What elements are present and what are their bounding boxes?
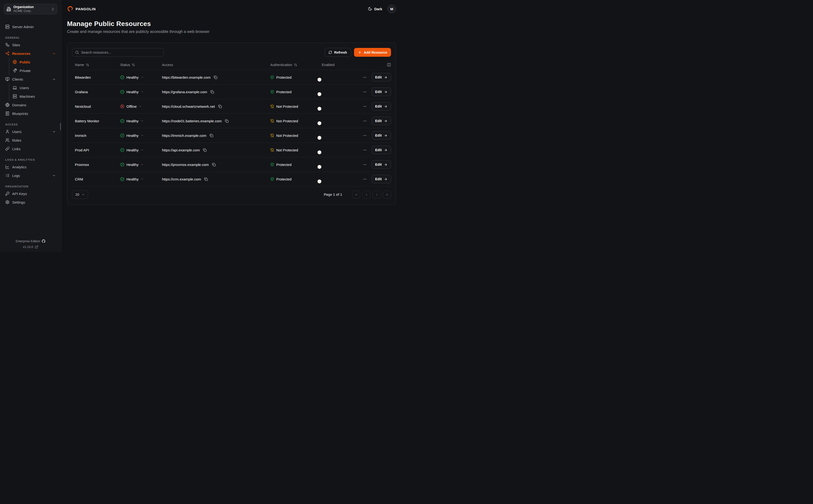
row-menu-icon[interactable]: [362, 103, 367, 109]
sidebar-item-sites[interactable]: Sites: [4, 41, 57, 49]
status-dropdown[interactable]: Healthy: [120, 177, 162, 181]
next-page-button[interactable]: [372, 190, 381, 199]
main-content: PANGOLIN Dark M Manage Public Resources …: [61, 0, 406, 252]
status-dropdown[interactable]: Healthy: [120, 148, 162, 152]
status-dropdown[interactable]: Healthy: [120, 134, 162, 138]
table-row: Prod API Healthy https://api.example.com…: [72, 143, 391, 157]
sidebar-heading-access: ACCESS: [4, 123, 57, 126]
sidebar-item-settings[interactable]: Settings: [4, 198, 57, 206]
sidebar-item-machines[interactable]: Machines: [11, 92, 57, 101]
row-menu-icon[interactable]: [362, 133, 367, 139]
sidebar-item-label: Sites: [12, 43, 20, 47]
resource-name: Battery Monitor: [72, 119, 120, 123]
row-menu-icon[interactable]: [362, 74, 367, 80]
org-label: Organization: [13, 5, 49, 9]
org-switcher[interactable]: Organization ACME Corp.: [4, 4, 57, 14]
edit-button[interactable]: Edit: [372, 131, 391, 140]
edit-button[interactable]: Edit: [372, 175, 391, 183]
sidebar-item-api-keys[interactable]: API Keys: [4, 189, 57, 198]
sidebar-item-label: Clients: [12, 77, 50, 81]
add-resource-button[interactable]: Add Resource: [354, 48, 391, 57]
row-menu-icon[interactable]: [362, 162, 367, 168]
edit-button[interactable]: Edit: [372, 87, 391, 96]
sidebar-item-label: Machines: [20, 94, 35, 98]
page-size-select[interactable]: 20: [72, 190, 88, 199]
status-label: Healthy: [126, 90, 139, 94]
topbar: PANGOLIN Dark M: [67, 5, 396, 12]
chevron-down-icon: [141, 178, 144, 180]
arrow-right-icon: [384, 177, 387, 181]
first-page-button[interactable]: [352, 190, 360, 199]
status-dropdown[interactable]: Healthy: [120, 119, 162, 123]
sort-icon: [86, 63, 89, 67]
row-menu-icon[interactable]: [362, 176, 367, 182]
sidebar-item-analytics[interactable]: Analytics: [4, 163, 57, 171]
column-label: Access: [162, 63, 173, 67]
sidebar-item-client-users[interactable]: Users: [11, 83, 57, 92]
row-menu-icon[interactable]: [362, 118, 367, 124]
gear-icon: [5, 200, 10, 204]
refresh-button[interactable]: Refresh: [325, 48, 351, 57]
chevron-down-icon: [141, 119, 144, 122]
edit-button[interactable]: Edit: [372, 117, 391, 125]
copy-icon[interactable]: [213, 75, 218, 80]
column-toggle[interactable]: [350, 63, 391, 67]
theme-toggle[interactable]: Dark: [368, 7, 382, 11]
prev-page-button[interactable]: [362, 190, 370, 199]
avatar[interactable]: M: [387, 5, 396, 13]
edit-label: Edit: [375, 134, 382, 137]
sidebar-footer: Enterprise Edition v1.13.0: [4, 239, 57, 249]
sidebar-item-private[interactable]: Private: [11, 66, 57, 75]
table-header: Name Status Access Authentication Enable…: [72, 60, 391, 70]
circle-check-icon: [120, 119, 124, 123]
sidebar-scrollbar-thumb[interactable]: [60, 123, 61, 130]
status-dropdown[interactable]: Healthy: [120, 75, 162, 79]
row-menu-icon[interactable]: [362, 147, 367, 153]
copy-icon[interactable]: [202, 148, 207, 152]
copy-icon[interactable]: [218, 104, 222, 109]
copy-icon[interactable]: [224, 119, 229, 123]
sidebar-item-users[interactable]: Users: [4, 127, 57, 136]
column-header-authentication[interactable]: Authentication: [270, 63, 322, 67]
edit-button[interactable]: Edit: [372, 102, 391, 111]
copy-icon[interactable]: [209, 133, 214, 138]
sidebar-item-label: Server Admin: [12, 25, 34, 29]
edit-button[interactable]: Edit: [372, 146, 391, 154]
brand[interactable]: PANGOLIN: [67, 6, 96, 12]
column-header-name[interactable]: Name: [72, 63, 120, 67]
sidebar-item-blueprints[interactable]: Blueprints: [4, 109, 57, 118]
copy-icon[interactable]: [204, 177, 208, 181]
external-link-icon[interactable]: [35, 245, 38, 249]
resource-name: Proxmox: [72, 163, 120, 167]
search-input[interactable]: [81, 51, 160, 54]
copy-icon[interactable]: [210, 90, 214, 94]
column-header-status[interactable]: Status: [120, 63, 162, 67]
workflow-icon: [5, 43, 10, 47]
column-label: Status: [120, 63, 130, 67]
sidebar-item-server-admin[interactable]: Server Admin: [4, 22, 57, 31]
refresh-icon: [328, 51, 332, 54]
edit-button[interactable]: Edit: [372, 160, 391, 169]
copy-icon[interactable]: [212, 162, 216, 167]
monitor-up-icon: [5, 77, 10, 81]
status-dropdown[interactable]: Healthy: [120, 90, 162, 94]
status-label: Healthy: [126, 177, 139, 181]
edit-label: Edit: [375, 163, 382, 166]
sidebar-item-domains[interactable]: Domains: [4, 101, 57, 109]
sidebar-item-resources[interactable]: Resources: [4, 49, 57, 58]
status-dropdown[interactable]: Offline: [120, 104, 162, 108]
sidebar-item-logs[interactable]: Logs: [4, 171, 57, 180]
plus-icon: [358, 51, 362, 54]
sidebar-item-clients[interactable]: Clients: [4, 75, 57, 83]
sidebar-item-links[interactable]: Links: [4, 144, 57, 153]
sidebar-item-label: Users: [12, 130, 50, 134]
row-menu-icon[interactable]: [362, 89, 367, 95]
page-info: Page 1 of 1: [324, 193, 342, 196]
sidebar-item-roles[interactable]: Roles: [4, 136, 57, 144]
sidebar-item-public[interactable]: Public: [11, 58, 57, 66]
circle-check-icon: [120, 163, 124, 167]
status-dropdown[interactable]: Healthy: [120, 163, 162, 167]
last-page-button[interactable]: [383, 190, 391, 199]
edit-button[interactable]: Edit: [372, 73, 391, 82]
github-icon[interactable]: [42, 239, 45, 243]
